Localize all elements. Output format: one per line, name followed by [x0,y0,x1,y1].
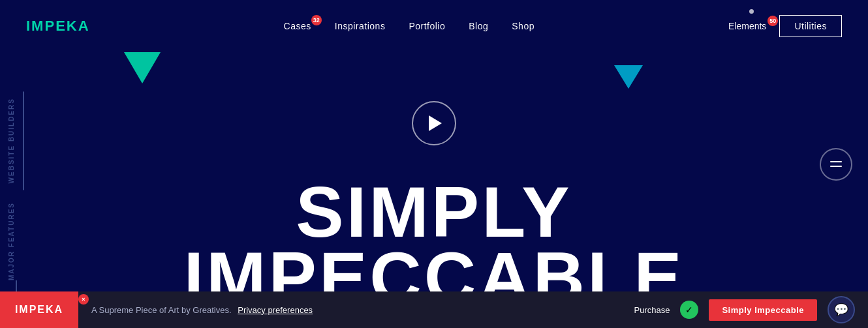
logo-accent: IM [26,18,44,34]
cookie-logo: IMPEKA [0,291,78,328]
logo-text: PEKA [44,18,89,34]
blue-triangle-decoration [614,65,643,89]
logo[interactable]: IMPEKA [26,18,90,35]
play-button[interactable] [412,101,456,145]
nav-right: Elements 50 Utilities [728,15,842,37]
nav-item-inspirations[interactable]: Inspirations [335,20,386,32]
nav-item-blog[interactable]: Blog [469,20,488,32]
nav-links: Cases 32 Inspirations Portfolio Blog Sho… [284,20,535,32]
navigation: IMPEKA Cases 32 Inspirations Portfolio B… [0,0,868,52]
chat-icon[interactable]: 💬 [828,296,855,323]
nav-elements[interactable]: Elements 50 [728,21,766,31]
cases-badge: 32 [311,15,322,25]
play-icon [429,115,442,131]
green-triangle-decoration [124,52,161,83]
purchase-check-icon: ✓ [680,301,698,319]
nav-link-cases[interactable]: Cases [284,21,311,31]
elements-badge: 50 [767,16,778,26]
cookie-message: A Supreme Piece of Art by Greatives. Pri… [91,305,313,315]
purchase-label: Purchase [634,305,670,315]
cookie-right-section: Purchase ✓ Simply Impeccable 💬 [634,296,868,323]
simply-impeccable-button[interactable]: Simply Impeccable [709,299,817,321]
menu-button[interactable] [820,148,852,181]
nav-link-blog[interactable]: Blog [469,21,488,31]
hamburger-icon [830,161,842,167]
nav-link-inspirations[interactable]: Inspirations [335,21,386,31]
nav-link-shop[interactable]: Shop [512,21,535,31]
side-label-website-builders: Website Builders [0,91,24,190]
cookie-close-button[interactable]: × [78,294,89,305]
nav-link-portfolio[interactable]: Portfolio [409,21,445,31]
nav-item-portfolio[interactable]: Portfolio [409,20,445,32]
privacy-preferences-link[interactable]: Privacy preferences [238,305,313,315]
nav-item-shop[interactable]: Shop [512,20,535,32]
utilities-button[interactable]: Utilities [779,15,842,37]
nav-item-cases[interactable]: Cases 32 [284,20,311,32]
cookie-logo-text: IM [15,304,29,316]
cookie-bar: IMPEKA × A Supreme Piece of Art by Great… [0,291,868,328]
